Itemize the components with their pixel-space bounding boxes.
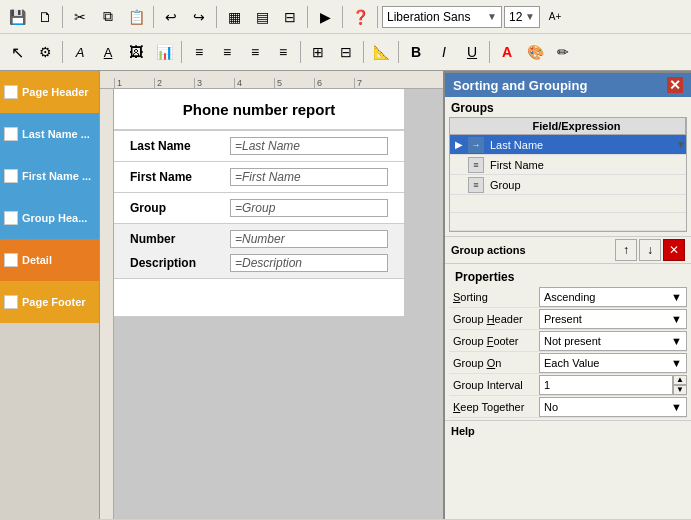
prop-keep-together-value: No ▼ [539, 397, 687, 417]
prop-sorting-select[interactable]: Ascending ▼ [539, 287, 687, 307]
grid-tool[interactable]: ⊟ [333, 39, 359, 65]
band-group-header[interactable]: □ Group Hea... [0, 197, 99, 239]
textbox-tool[interactable]: A [95, 39, 121, 65]
more-tool[interactable]: 📐 [368, 39, 394, 65]
group-row-firstname-field: First Name [486, 159, 686, 171]
prop-sorting-value: Ascending ▼ [539, 287, 687, 307]
prop-group-interval-up[interactable]: ▲ [673, 375, 687, 385]
ruler: 1 2 3 4 5 6 7 [100, 71, 443, 89]
prop-group-header-select[interactable]: Present ▼ [539, 309, 687, 329]
layout-btn3[interactable]: ⊟ [277, 4, 303, 30]
ruler-mark-2: 2 [154, 78, 194, 88]
prop-group-interval-input[interactable]: 1 [539, 375, 673, 395]
ruler-mark-4: 4 [234, 78, 274, 88]
prop-group-on-value: Each Value ▼ [539, 353, 687, 373]
left-ruler [100, 89, 114, 519]
prop-group-interval-text: 1 [544, 379, 668, 391]
sep7 [62, 41, 63, 63]
layout-btn2[interactable]: ▤ [249, 4, 275, 30]
chart-tool[interactable]: 📊 [151, 39, 177, 65]
prop-group-footer-select[interactable]: Not present ▼ [539, 331, 687, 351]
font-color-button[interactable]: A [494, 39, 520, 65]
prop-row-group-on: Group On Each Value ▼ [449, 352, 687, 374]
font-size-box[interactable]: 12 ▼ [504, 6, 540, 28]
prop-group-on-arrow: ▼ [671, 357, 682, 369]
group-actions-label: Group actions [451, 244, 613, 256]
action-down-button[interactable]: ↓ [639, 239, 661, 261]
band-detail[interactable]: □ Detail [0, 239, 99, 281]
redo-button[interactable]: ↪ [186, 4, 212, 30]
italic-button[interactable]: I [431, 39, 457, 65]
page-footer-section [114, 279, 404, 317]
undo-button[interactable]: ↩ [158, 4, 184, 30]
group-row-lastname[interactable]: ▶ → Last Name ▼ [450, 135, 686, 155]
prop-sorting-arrow: ▼ [671, 291, 682, 303]
prop-keep-together-text: No [544, 401, 558, 413]
copy-button[interactable]: ⧉ [95, 4, 121, 30]
new-button[interactable]: 🗋 [32, 4, 58, 30]
group-value: =Group [230, 199, 388, 217]
help-section: Help [445, 420, 691, 441]
field-col-header: Field/Expression [468, 118, 686, 134]
group-actions-row: Group actions ↑ ↓ ✕ [445, 236, 691, 264]
sorting-grouping-panel: Sorting and Grouping ✕ Groups Field/Expr… [443, 71, 691, 519]
group-row-lastname-dropdown[interactable]: ▼ [676, 139, 686, 150]
align-left[interactable]: ≡ [186, 39, 212, 65]
prop-row-group-interval: Group Interval 1 ▲ ▼ [449, 374, 687, 396]
sg-close-button[interactable]: ✕ [667, 77, 683, 93]
group-row: Group =Group [122, 196, 396, 220]
cut-button[interactable]: ✂ [67, 4, 93, 30]
prop-sorting-text: Ascending [544, 291, 595, 303]
line-color-button[interactable]: ✏ [550, 39, 576, 65]
group-row-group[interactable]: ≡ Group [450, 175, 686, 195]
group-label: Group [130, 201, 230, 215]
align-right[interactable]: ≡ [242, 39, 268, 65]
ruler-mark-3: 3 [194, 78, 234, 88]
select-tool[interactable]: ↖ [4, 39, 30, 65]
band-last-name[interactable]: □ Last Name ... [0, 113, 99, 155]
band-first-name[interactable]: □ First Name ... [0, 155, 99, 197]
prop-keep-together-select[interactable]: No ▼ [539, 397, 687, 417]
last-name-value: =Last Name [230, 137, 388, 155]
report-title: Phone number report [183, 101, 336, 118]
prop-group-interval-value: 1 ▲ ▼ [539, 375, 687, 395]
prop-group-on-select[interactable]: Each Value ▼ [539, 353, 687, 373]
help-button[interactable]: ❓ [347, 4, 373, 30]
bg-color-button[interactable]: 🎨 [522, 39, 548, 65]
action-up-button[interactable]: ↑ [615, 239, 637, 261]
band-last-name-icon: □ [4, 127, 18, 141]
underline-button[interactable]: U [459, 39, 485, 65]
sidebar: □ Page Header □ Last Name ... □ First Na… [0, 71, 100, 519]
prop-group-footer-text: Not present [544, 335, 601, 347]
image-tool[interactable]: 🖼 [123, 39, 149, 65]
text-tool[interactable]: A [67, 39, 93, 65]
save-button[interactable]: 💾 [4, 4, 30, 30]
last-name-section: Last Name =Last Name [114, 131, 404, 162]
align-center[interactable]: ≡ [214, 39, 240, 65]
snap-tool[interactable]: ⊞ [305, 39, 331, 65]
band-group-header-label: Group Hea... [22, 212, 87, 224]
sep12 [489, 41, 490, 63]
prop-group-interval-down[interactable]: ▼ [673, 385, 687, 395]
sg-panel-header: Sorting and Grouping ✕ [445, 73, 691, 97]
toolbar-row2: ↖ ⚙ A A 🖼 📊 ≡ ≡ ≡ ≡ ⊞ ⊟ 📐 B I U A 🎨 ✏ [0, 34, 691, 70]
group-row-firstname[interactable]: ≡ First Name [450, 155, 686, 175]
align-justify[interactable]: ≡ [270, 39, 296, 65]
report-content-area[interactable]: Phone number report Last Name =Last Name… [114, 89, 443, 519]
prop-keep-together-label: Keep Together [449, 401, 539, 413]
font-name-box[interactable]: Liberation Sans ▼ [382, 6, 502, 28]
font-bigger-button[interactable]: A+ [542, 4, 568, 30]
band-page-footer[interactable]: □ Page Footer [0, 281, 99, 323]
settings-button[interactable]: ⚙ [32, 39, 58, 65]
run-button[interactable]: ▶ [312, 4, 338, 30]
sep5 [342, 6, 343, 28]
prop-keep-together-arrow: ▼ [671, 401, 682, 413]
help-label: Help [451, 425, 475, 437]
paste-button[interactable]: 📋 [123, 4, 149, 30]
band-page-header-icon: □ [4, 85, 18, 99]
band-page-header[interactable]: □ Page Header [0, 71, 99, 113]
action-delete-button[interactable]: ✕ [663, 239, 685, 261]
layout-btn1[interactable]: ▦ [221, 4, 247, 30]
bold-button[interactable]: B [403, 39, 429, 65]
number-label: Number [130, 232, 230, 246]
